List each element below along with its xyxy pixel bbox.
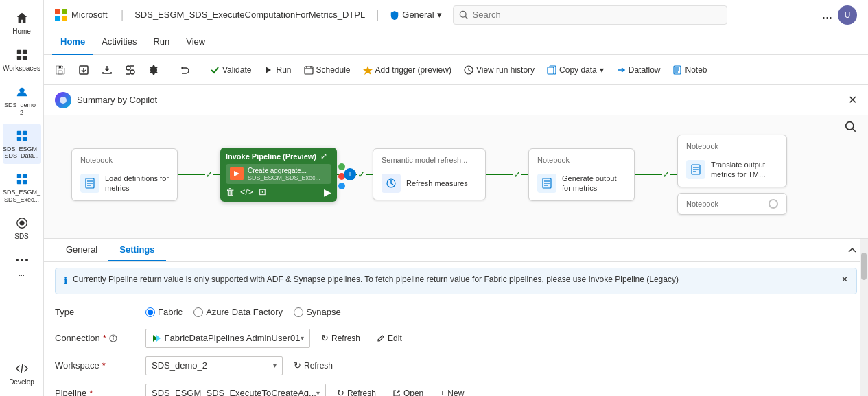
workspace-refresh-button[interactable]: ↻ Refresh bbox=[288, 358, 338, 373]
sidebar-item-sds-demo[interactable]: SDS_demo_2 bbox=[3, 80, 41, 121]
import-button[interactable] bbox=[73, 59, 95, 81]
connection-refresh-button[interactable]: ↻ Refresh bbox=[316, 330, 366, 346]
breadcrumb-separator: | bbox=[121, 9, 124, 21]
node-invoke-pipeline[interactable]: Invoke Pipeline (Preview) ⤢ Create aggre… bbox=[220, 148, 337, 202]
notebook-toolbar-button[interactable]: Noteb bbox=[667, 59, 712, 81]
settings-button[interactable] bbox=[143, 59, 165, 81]
add-node-button[interactable]: + bbox=[344, 168, 356, 180]
search-bar[interactable] bbox=[453, 5, 727, 25]
radio-synapse[interactable]: Synapse bbox=[294, 307, 341, 317]
pipeline-name: SDS_ESGM_SDS_ExecuteComputationForMetric… bbox=[134, 10, 365, 20]
add-trigger-button[interactable]: Add trigger (preview) bbox=[357, 59, 457, 81]
sidebar-item-home[interactable]: Home bbox=[3, 5, 41, 40]
pipeline-refresh-icon: ↻ bbox=[337, 388, 344, 396]
workspace-required: * bbox=[102, 360, 106, 371]
pipeline-refresh-button[interactable]: ↻ Refresh bbox=[331, 385, 382, 396]
node-notebook-translate[interactable]: Notebook Translate outputmetrics for TM.… bbox=[677, 135, 787, 187]
run-button[interactable]: Run bbox=[258, 59, 296, 81]
code-icon[interactable]: </> bbox=[240, 187, 253, 197]
pipeline-label: Pipeline * bbox=[55, 388, 137, 396]
connection-dropdown[interactable]: FabricDataPipelines AdminUser01 ▾ bbox=[145, 329, 310, 348]
svg-point-15 bbox=[16, 259, 19, 261]
sds-exec-icon bbox=[14, 171, 30, 187]
sidebar-item-workspaces[interactable]: Workspaces bbox=[3, 43, 41, 77]
menu-view[interactable]: View bbox=[178, 30, 213, 55]
canvas-search-button[interactable] bbox=[845, 121, 857, 135]
sidebar-workspaces-label: Workspaces bbox=[3, 65, 40, 73]
radio-adf[interactable]: Azure Data Factory bbox=[193, 307, 283, 317]
pipeline-open-button[interactable]: Open bbox=[387, 386, 429, 396]
copilot-close-button[interactable]: ✕ bbox=[848, 93, 857, 106]
sidebar-item-sds[interactable]: SDS bbox=[3, 211, 41, 245]
schedule-button[interactable]: Schedule bbox=[298, 59, 356, 81]
save-icon bbox=[55, 65, 66, 75]
connection-edit-button[interactable]: Edit bbox=[371, 331, 408, 346]
node4-icon bbox=[537, 174, 556, 193]
menu-run[interactable]: Run bbox=[145, 30, 178, 55]
ms-logo-text: Microsoft bbox=[71, 10, 108, 20]
workspace-dropdown[interactable]: SDS_demo_2 ▾ bbox=[145, 356, 283, 375]
menu-activities[interactable]: Activities bbox=[93, 30, 145, 55]
pipeline-new-button[interactable]: + New bbox=[434, 386, 469, 396]
validate-button[interactable]: Validate bbox=[204, 59, 257, 81]
settings-pipeline-row: Pipeline * SDS_ESGM_SDS_ExecuteToCreateA… bbox=[55, 380, 857, 396]
sidebar-item-more[interactable]: ... bbox=[3, 248, 41, 282]
pipeline-dropdown[interactable]: SDS_ESGM_SDS_ExecuteToCreateAg... ▾ bbox=[145, 384, 326, 396]
topbar-actions: ... U bbox=[822, 5, 857, 25]
sidebar-item-sds-esgm[interactable]: SDS_ESGM_SDS_Data... bbox=[3, 124, 41, 165]
node-notebook-extra[interactable]: Notebook bbox=[677, 193, 787, 215]
tab-settings[interactable]: Settings bbox=[108, 239, 165, 261]
info-banner: ℹ Currently Pipeline return value is onl… bbox=[55, 268, 857, 294]
node-semantic-model[interactable]: Semantic model refresh... Refresh measur… bbox=[373, 148, 486, 200]
sidebar-item-sds-exec[interactable]: SDS_ESGM_SDS_Exec... bbox=[3, 167, 41, 208]
copy-data-chevron: ▾ bbox=[600, 65, 604, 75]
download-icon bbox=[102, 65, 113, 75]
dataflow-button[interactable]: Dataflow bbox=[611, 59, 666, 81]
scroll-thumb bbox=[861, 253, 867, 280]
settings-panel: General Settings ℹ Currently Pipeline re… bbox=[44, 238, 868, 396]
connection-label: Connection * bbox=[55, 333, 137, 343]
copy-data-button[interactable]: Copy data ▾ bbox=[541, 59, 609, 81]
invoke-title: Invoke Pipeline (Preview) bbox=[226, 152, 316, 161]
node6-circle bbox=[769, 199, 778, 209]
svg-marker-60 bbox=[156, 335, 161, 342]
search-input[interactable] bbox=[473, 10, 721, 20]
scrollbar[interactable] bbox=[860, 239, 868, 396]
node4-subtitle: Generate outputfor metrics bbox=[562, 174, 617, 194]
info-close-button[interactable]: ✕ bbox=[841, 274, 848, 286]
node5-title: Notebook bbox=[686, 142, 718, 150]
node-notebook-load[interactable]: Notebook Load definitions formetrics bbox=[71, 148, 178, 201]
view-run-history-button[interactable]: View run history bbox=[458, 59, 540, 81]
copy-icon[interactable]: ⊡ bbox=[259, 187, 266, 197]
avatar: U bbox=[838, 5, 857, 25]
svg-rect-34 bbox=[548, 67, 554, 74]
info-icon: ℹ bbox=[64, 275, 67, 288]
delete-icon[interactable]: 🗑 bbox=[226, 187, 235, 197]
node1-title: Notebook bbox=[80, 156, 113, 164]
radio-fabric-input[interactable] bbox=[145, 307, 155, 317]
shield-badge[interactable]: General ▾ bbox=[390, 10, 441, 20]
save-button[interactable] bbox=[49, 59, 71, 81]
svg-point-17 bbox=[25, 259, 28, 261]
play-icon[interactable]: ▶ bbox=[324, 187, 331, 198]
topbar-more-button[interactable]: ... bbox=[822, 8, 832, 22]
node-notebook-generate[interactable]: Notebook Generate outputfor metrics bbox=[528, 148, 635, 201]
check-icon1: ✓ bbox=[205, 169, 213, 180]
sidebar-item-develop[interactable]: Develop bbox=[3, 356, 41, 391]
check-icon2: ✓ bbox=[357, 169, 366, 180]
radio-fabric[interactable]: Fabric bbox=[145, 307, 183, 317]
undo-button[interactable] bbox=[174, 59, 196, 81]
workspaces-icon bbox=[14, 47, 30, 63]
ms-logo: Microsoft bbox=[55, 9, 110, 21]
node3-subtitle: Refresh measures bbox=[406, 179, 468, 187]
download-button[interactable] bbox=[96, 59, 118, 81]
sidebar-develop-label: Develop bbox=[9, 378, 34, 386]
sidebar-more-label: ... bbox=[19, 270, 24, 278]
radio-synapse-input[interactable] bbox=[294, 307, 303, 317]
tab-general[interactable]: General bbox=[55, 239, 108, 261]
menu-home[interactable]: Home bbox=[52, 30, 93, 55]
refresh-icon: ↻ bbox=[321, 333, 329, 343]
transform-button[interactable] bbox=[119, 59, 141, 81]
radio-adf-input[interactable] bbox=[193, 307, 203, 317]
type-label: Type bbox=[55, 307, 137, 317]
